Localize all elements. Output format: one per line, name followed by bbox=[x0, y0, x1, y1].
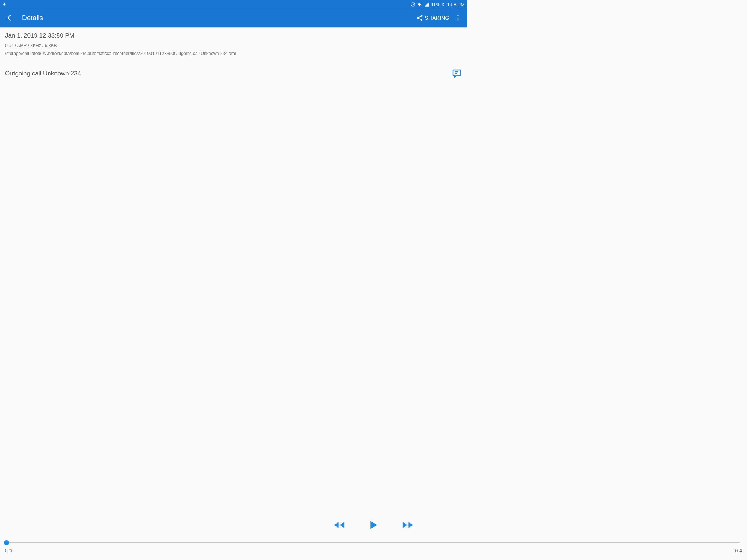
details-content: Jan 1, 2019 12:33:50 PM 0:04 / AMR / 8KH… bbox=[0, 27, 467, 81]
share-icon bbox=[416, 14, 423, 22]
sync-icon bbox=[410, 2, 415, 7]
mic-icon bbox=[2, 2, 7, 7]
page-title: Details bbox=[22, 14, 43, 22]
signal-icon bbox=[424, 2, 429, 7]
app-bar: Details SHARING bbox=[0, 9, 467, 27]
note-button[interactable] bbox=[449, 66, 464, 81]
recording-filepath: /storage/emulated/0/Android/data/com.krd… bbox=[5, 51, 462, 56]
battery-percent: 41% bbox=[431, 2, 440, 7]
back-button[interactable] bbox=[3, 11, 18, 25]
status-clock: 1:58 PM bbox=[446, 2, 465, 7]
svg-point-2 bbox=[457, 17, 458, 18]
recording-title: Outgoing call Unknown 234 bbox=[5, 70, 449, 77]
svg-point-1 bbox=[457, 15, 458, 16]
sharing-button[interactable]: SHARING bbox=[413, 14, 452, 22]
recording-meta: 0:04 / AMR / 8KHz / 6.8KB bbox=[5, 43, 462, 48]
status-bar: 41% 1:58 PM bbox=[0, 0, 467, 9]
svg-point-3 bbox=[457, 19, 458, 20]
battery-icon bbox=[442, 2, 445, 7]
mute-icon bbox=[417, 2, 423, 7]
sharing-label: SHARING bbox=[425, 15, 449, 21]
overflow-menu-button[interactable] bbox=[452, 11, 464, 25]
recording-timestamp: Jan 1, 2019 12:33:50 PM bbox=[5, 32, 462, 39]
